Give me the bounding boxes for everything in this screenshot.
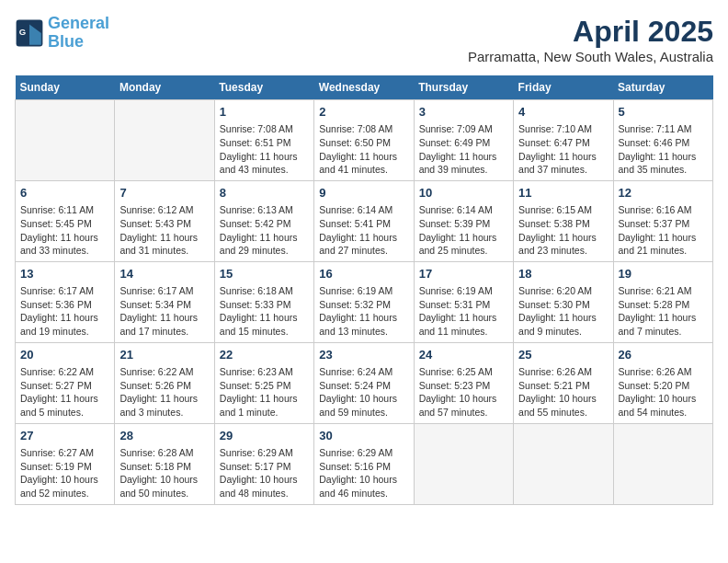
calendar-cell: 19Sunrise: 6:21 AMSunset: 5:28 PMDayligh… xyxy=(613,261,712,342)
daylight-text: Daylight: 11 hours and 21 minutes. xyxy=(619,232,697,257)
day-number: 17 xyxy=(419,266,508,282)
calendar-cell: 18Sunrise: 6:20 AMSunset: 5:30 PMDayligh… xyxy=(514,261,613,342)
calendar-cell: 20Sunrise: 6:22 AMSunset: 5:27 PMDayligh… xyxy=(16,342,115,423)
sunset-text: Sunset: 5:31 PM xyxy=(419,299,491,310)
sunset-text: Sunset: 5:36 PM xyxy=(20,299,92,310)
sunrise-text: Sunrise: 6:29 AM xyxy=(220,447,293,458)
day-number: 7 xyxy=(119,185,209,201)
daylight-text: Daylight: 11 hours and 11 minutes. xyxy=(419,312,497,337)
sunset-text: Sunset: 5:33 PM xyxy=(220,299,291,310)
daylight-text: Daylight: 10 hours and 57 minutes. xyxy=(419,393,497,418)
calendar-cell xyxy=(414,423,513,504)
day-header-thursday: Thursday xyxy=(414,75,513,100)
calendar-cell: 14Sunrise: 6:17 AMSunset: 5:34 PMDayligh… xyxy=(115,261,214,342)
calendar-week-4: 20Sunrise: 6:22 AMSunset: 5:27 PMDayligh… xyxy=(16,342,713,423)
day-number: 30 xyxy=(319,428,408,444)
calendar-cell: 7Sunrise: 6:12 AMSunset: 5:43 PMDaylight… xyxy=(115,180,214,261)
sunset-text: Sunset: 5:25 PM xyxy=(220,380,291,391)
sunset-text: Sunset: 5:21 PM xyxy=(518,380,590,391)
day-number: 13 xyxy=(20,266,109,282)
day-number: 1 xyxy=(220,104,309,121)
sunrise-text: Sunrise: 6:26 AM xyxy=(619,366,692,377)
daylight-text: Daylight: 10 hours and 46 minutes. xyxy=(319,474,397,499)
logo-icon: G xyxy=(15,18,44,48)
calendar-subtitle: Parramatta, New South Wales, Australia xyxy=(468,49,713,64)
sunset-text: Sunset: 5:18 PM xyxy=(119,461,191,472)
calendar-header-row: SundayMondayTuesdayWednesdayThursdayFrid… xyxy=(16,75,713,100)
sunset-text: Sunset: 5:27 PM xyxy=(20,380,92,391)
calendar-cell: 8Sunrise: 6:13 AMSunset: 5:42 PMDaylight… xyxy=(214,180,313,261)
daylight-text: Daylight: 11 hours and 29 minutes. xyxy=(220,232,298,257)
day-number: 21 xyxy=(119,347,209,363)
sunset-text: Sunset: 6:47 PM xyxy=(518,137,590,148)
daylight-text: Daylight: 11 hours and 17 minutes. xyxy=(119,312,198,337)
sunset-text: Sunset: 6:46 PM xyxy=(619,137,690,148)
sunrise-text: Sunrise: 7:09 AM xyxy=(419,123,493,134)
sunrise-text: Sunrise: 6:14 AM xyxy=(419,204,493,215)
calendar-cell xyxy=(16,100,115,181)
daylight-text: Daylight: 11 hours and 9 minutes. xyxy=(518,312,597,337)
daylight-text: Daylight: 11 hours and 35 minutes. xyxy=(619,151,697,176)
daylight-text: Daylight: 11 hours and 39 minutes. xyxy=(419,151,497,176)
calendar-cell xyxy=(514,423,613,504)
sunrise-text: Sunrise: 6:21 AM xyxy=(619,285,692,296)
daylight-text: Daylight: 11 hours and 19 minutes. xyxy=(20,312,98,337)
sunrise-text: Sunrise: 6:15 AM xyxy=(518,204,592,215)
calendar-cell: 10Sunrise: 6:14 AMSunset: 5:39 PMDayligh… xyxy=(414,180,513,261)
sunrise-text: Sunrise: 6:20 AM xyxy=(518,285,592,296)
daylight-text: Daylight: 11 hours and 33 minutes. xyxy=(20,232,98,257)
day-header-tuesday: Tuesday xyxy=(214,75,313,100)
calendar-cell: 2Sunrise: 7:08 AMSunset: 6:50 PMDaylight… xyxy=(314,100,414,181)
day-number: 12 xyxy=(619,185,708,201)
calendar-cell: 1Sunrise: 7:08 AMSunset: 6:51 PMDaylight… xyxy=(214,100,313,181)
calendar-week-2: 6Sunrise: 6:11 AMSunset: 5:45 PMDaylight… xyxy=(16,180,713,261)
daylight-text: Daylight: 10 hours and 59 minutes. xyxy=(319,393,397,418)
daylight-text: Daylight: 11 hours and 43 minutes. xyxy=(220,151,298,176)
sunset-text: Sunset: 5:45 PM xyxy=(20,218,92,229)
day-number: 10 xyxy=(419,185,508,201)
calendar-cell: 12Sunrise: 6:16 AMSunset: 5:37 PMDayligh… xyxy=(613,180,712,261)
sunset-text: Sunset: 5:42 PM xyxy=(220,218,291,229)
logo: G GeneralBlue xyxy=(15,15,109,52)
sunset-text: Sunset: 5:23 PM xyxy=(419,380,491,391)
day-number: 27 xyxy=(20,428,109,444)
calendar-cell: 15Sunrise: 6:18 AMSunset: 5:33 PMDayligh… xyxy=(214,261,313,342)
daylight-text: Daylight: 11 hours and 1 minute. xyxy=(220,393,298,418)
logo-text: GeneralBlue xyxy=(48,15,109,52)
sunset-text: Sunset: 5:41 PM xyxy=(319,218,391,229)
sunrise-text: Sunrise: 6:16 AM xyxy=(619,204,692,215)
daylight-text: Daylight: 11 hours and 31 minutes. xyxy=(119,232,198,257)
day-header-wednesday: Wednesday xyxy=(314,75,414,100)
day-number: 4 xyxy=(518,104,608,121)
day-number: 8 xyxy=(220,185,309,201)
sunrise-text: Sunrise: 6:17 AM xyxy=(20,285,94,296)
daylight-text: Daylight: 10 hours and 48 minutes. xyxy=(220,474,298,499)
day-number: 20 xyxy=(20,347,109,363)
sunset-text: Sunset: 5:26 PM xyxy=(119,380,191,391)
calendar-cell: 26Sunrise: 6:26 AMSunset: 5:20 PMDayligh… xyxy=(613,342,712,423)
sunset-text: Sunset: 5:19 PM xyxy=(20,461,92,472)
sunrise-text: Sunrise: 7:08 AM xyxy=(319,123,392,134)
day-number: 9 xyxy=(319,185,408,201)
sunset-text: Sunset: 5:20 PM xyxy=(619,380,690,391)
day-header-sunday: Sunday xyxy=(16,75,115,100)
daylight-text: Daylight: 11 hours and 3 minutes. xyxy=(119,393,198,418)
sunrise-text: Sunrise: 6:12 AM xyxy=(119,204,193,215)
daylight-text: Daylight: 10 hours and 50 minutes. xyxy=(119,474,198,499)
calendar-cell: 9Sunrise: 6:14 AMSunset: 5:41 PMDaylight… xyxy=(314,180,414,261)
sunset-text: Sunset: 6:49 PM xyxy=(419,137,491,148)
page-header: G GeneralBlue April 2025 Parramatta, New… xyxy=(15,15,713,64)
calendar-cell: 21Sunrise: 6:22 AMSunset: 5:26 PMDayligh… xyxy=(115,342,214,423)
sunrise-text: Sunrise: 6:28 AM xyxy=(119,447,193,458)
calendar-cell: 3Sunrise: 7:09 AMSunset: 6:49 PMDaylight… xyxy=(414,100,513,181)
sunrise-text: Sunrise: 7:10 AM xyxy=(518,123,592,134)
day-number: 26 xyxy=(619,347,708,363)
sunset-text: Sunset: 6:51 PM xyxy=(220,137,291,148)
sunrise-text: Sunrise: 6:24 AM xyxy=(319,366,392,377)
day-number: 16 xyxy=(319,266,408,282)
calendar-cell: 27Sunrise: 6:27 AMSunset: 5:19 PMDayligh… xyxy=(16,423,115,504)
sunset-text: Sunset: 5:39 PM xyxy=(419,218,491,229)
daylight-text: Daylight: 11 hours and 37 minutes. xyxy=(518,151,597,176)
sunset-text: Sunset: 5:17 PM xyxy=(220,461,291,472)
daylight-text: Daylight: 10 hours and 54 minutes. xyxy=(619,393,697,418)
